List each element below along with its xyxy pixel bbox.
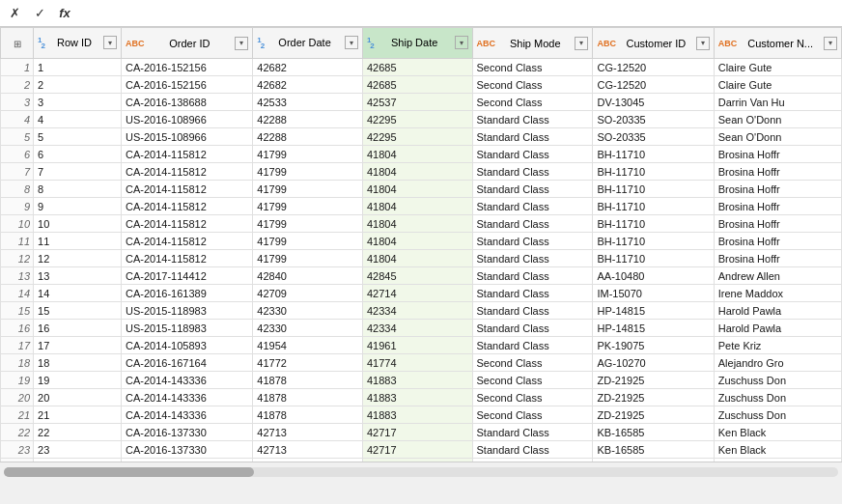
table-row[interactable]: 1313CA-2017-1144124284042845Standard Cla… bbox=[1, 267, 842, 285]
table-row[interactable]: 1616US-2015-1189834233042334Standard Cla… bbox=[1, 320, 842, 337]
cell-row_id: 14 bbox=[34, 285, 122, 302]
cell-ship_date: 42717 bbox=[362, 424, 472, 441]
col-header-customer_name[interactable]: ABCCustomer N...▾ bbox=[714, 28, 841, 59]
col-header-customer_id[interactable]: ABCCustomer ID▾ bbox=[593, 28, 714, 59]
col-filter-btn-ship_date[interactable]: ▾ bbox=[455, 36, 468, 49]
cell-ship_mode: Standard Class bbox=[472, 285, 593, 302]
table-row[interactable]: 66CA-2014-1158124179941804Standard Class… bbox=[1, 146, 842, 163]
table-row[interactable]: 1414CA-2016-1613894270942714Standard Cla… bbox=[1, 285, 842, 302]
cancel-button[interactable]: ✗ bbox=[4, 3, 25, 24]
col-filter-btn-ship_mode[interactable]: ▾ bbox=[575, 37, 588, 50]
scroll-thumb[interactable] bbox=[4, 467, 254, 477]
cell-order_id: CA-2014-143336 bbox=[121, 389, 252, 406]
cell-customer_id: AA-10480 bbox=[593, 267, 714, 285]
cell-ship_mode: Standard Class bbox=[472, 337, 593, 354]
col-header-row_id[interactable]: 12Row ID▾ bbox=[34, 28, 122, 59]
table-row[interactable]: 22CA-2016-1521564268242685Second ClassCG… bbox=[1, 76, 842, 94]
col-header-order_date[interactable]: 12Order Date▾ bbox=[253, 28, 363, 59]
col-filter-btn-row_id[interactable]: ▾ bbox=[103, 36, 117, 49]
cell-ship_mode: Standard Class bbox=[472, 233, 593, 250]
cell-customer_name: Brosina Hoffr bbox=[714, 250, 841, 267]
cell-order_id: CA-2014-143336 bbox=[121, 406, 252, 424]
cell-order_id: CA-2016-138688 bbox=[121, 94, 252, 111]
cell-ship_date: 41883 bbox=[362, 372, 472, 389]
table-row[interactable]: 2020CA-2014-1433364187841883Second Class… bbox=[1, 389, 842, 406]
cell-order_date: 41878 bbox=[253, 406, 363, 424]
table-container[interactable]: ⊞12Row ID▾ABCOrder ID▾12Order Date▾12Shi… bbox=[0, 27, 842, 462]
cell-customer_id: BH-11710 bbox=[593, 163, 714, 181]
cell-customer_id: DV-13045 bbox=[593, 94, 714, 111]
col-type-icon-ship_date: 12 bbox=[367, 36, 375, 51]
cell-customer_id: ZD-21925 bbox=[593, 372, 714, 389]
table-row[interactable]: 11CA-2016-1521564268242685Second ClassCG… bbox=[1, 59, 842, 76]
cell-order_id: CA-2014-115812 bbox=[121, 198, 252, 215]
cell-customer_name: Brosina Hoffr bbox=[714, 198, 841, 215]
row-number-header: ⊞ bbox=[1, 28, 34, 59]
cell-ship_mode: Standard Class bbox=[472, 320, 593, 337]
table-row[interactable]: 33CA-2016-1386884253342537Second ClassDV… bbox=[1, 94, 842, 111]
fx-button[interactable]: fx bbox=[54, 3, 75, 24]
table-row[interactable]: 1111CA-2014-1158124179941804Standard Cla… bbox=[1, 233, 842, 250]
cell-ship_mode: Standard Class bbox=[472, 302, 593, 320]
row-number-cell: 12 bbox=[1, 250, 34, 267]
scroll-track[interactable] bbox=[4, 467, 838, 477]
table-row[interactable]: 2323CA-2016-1373304271342717Standard Cla… bbox=[1, 441, 842, 459]
col-filter-btn-customer_id[interactable]: ▾ bbox=[696, 37, 710, 50]
cell-order_id: CA-2014-115812 bbox=[121, 181, 252, 198]
cell-ship_mode: Standard Class bbox=[472, 250, 593, 267]
cell-customer_name: Brosina Hoffr bbox=[714, 181, 841, 198]
cell-ship_mode: Standard Class bbox=[472, 424, 593, 441]
table-row[interactable]: 88CA-2014-1158124179941804Standard Class… bbox=[1, 181, 842, 198]
table-row[interactable]: 44US-2016-1089664228842295Standard Class… bbox=[1, 111, 842, 128]
scrollbar-area[interactable] bbox=[0, 462, 842, 481]
table-row[interactable]: 99CA-2014-1158124179941804Standard Class… bbox=[1, 198, 842, 215]
cell-ship_mode: Standard Class bbox=[472, 215, 593, 233]
cell-ship_mode: Second Class bbox=[472, 59, 593, 76]
cell-ship_date: 41804 bbox=[362, 250, 472, 267]
table-row[interactable]: 1818CA-2016-1671644177241774Second Class… bbox=[1, 354, 842, 372]
col-header-ship_mode[interactable]: ABCShip Mode▾ bbox=[472, 28, 593, 59]
cell-ship_mode: Second Class bbox=[472, 372, 593, 389]
cell-order_id: CA-2014-115812 bbox=[121, 233, 252, 250]
table-row[interactable]: 1010CA-2014-1158124179941804Standard Cla… bbox=[1, 215, 842, 233]
col-filter-btn-customer_name[interactable]: ▾ bbox=[824, 37, 837, 50]
cell-order_date: 41954 bbox=[253, 337, 363, 354]
cell-order_id: US-2016-108966 bbox=[121, 111, 252, 128]
row-number-cell: 18 bbox=[1, 354, 34, 372]
table-row[interactable]: 77CA-2014-1158124179941804Standard Class… bbox=[1, 163, 842, 181]
cell-customer_name: Zuschuss Don bbox=[714, 372, 841, 389]
table-row[interactable]: 1515US-2015-1189834233042334Standard Cla… bbox=[1, 302, 842, 320]
row-number-cell: 8 bbox=[1, 181, 34, 198]
table-row[interactable]: 2121CA-2014-1433364187841883Second Class… bbox=[1, 406, 842, 424]
col-label-ship_date: Ship Date bbox=[378, 37, 452, 48]
cell-customer_name: Harold Pawla bbox=[714, 302, 841, 320]
cell-customer_name: Pete Kriz bbox=[714, 337, 841, 354]
cell-customer_id: BH-11710 bbox=[593, 146, 714, 163]
col-header-order_id[interactable]: ABCOrder ID▾ bbox=[121, 28, 252, 59]
row-number-cell: 20 bbox=[1, 389, 34, 406]
cell-ship_date: 41804 bbox=[362, 215, 472, 233]
cell-row_id: 17 bbox=[34, 337, 122, 354]
col-header-ship_date[interactable]: 12Ship Date▾ bbox=[362, 28, 472, 59]
cell-ship_date: 41883 bbox=[362, 406, 472, 424]
table-row[interactable]: 1212CA-2014-1158124179941804Standard Cla… bbox=[1, 250, 842, 267]
cell-ship_date: 42717 bbox=[362, 441, 472, 459]
confirm-button[interactable]: ✓ bbox=[29, 3, 50, 24]
cell-order_id: CA-2014-105893 bbox=[121, 337, 252, 354]
row-number-cell: 7 bbox=[1, 163, 34, 181]
cell-order_id: CA-2016-152156 bbox=[121, 59, 252, 76]
cell-order_id: CA-2014-115812 bbox=[121, 215, 252, 233]
cell-ship_date: 42685 bbox=[362, 76, 472, 94]
table-row[interactable]: 1919CA-2014-1433364187841883Second Class… bbox=[1, 372, 842, 389]
cell-ship_date: 42295 bbox=[362, 128, 472, 146]
col-filter-btn-order_date[interactable]: ▾ bbox=[345, 36, 358, 49]
col-type-icon-customer_id: ABC bbox=[597, 39, 616, 48]
table-row[interactable]: 2222CA-2016-1373304271342717Standard Cla… bbox=[1, 424, 842, 441]
cell-customer_name: Brosina Hoffr bbox=[714, 163, 841, 181]
row-number-cell: 3 bbox=[1, 94, 34, 111]
table-row[interactable]: 55US-2015-1089664228842295Standard Class… bbox=[1, 128, 842, 146]
col-filter-btn-order_id[interactable]: ▾ bbox=[235, 37, 248, 50]
cell-customer_name: Brosina Hoffr bbox=[714, 146, 841, 163]
table-row[interactable]: 2424US-2017-1569094293242934Second Class… bbox=[1, 459, 842, 462]
table-row[interactable]: 1717CA-2014-1058934195441961Standard Cla… bbox=[1, 337, 842, 354]
